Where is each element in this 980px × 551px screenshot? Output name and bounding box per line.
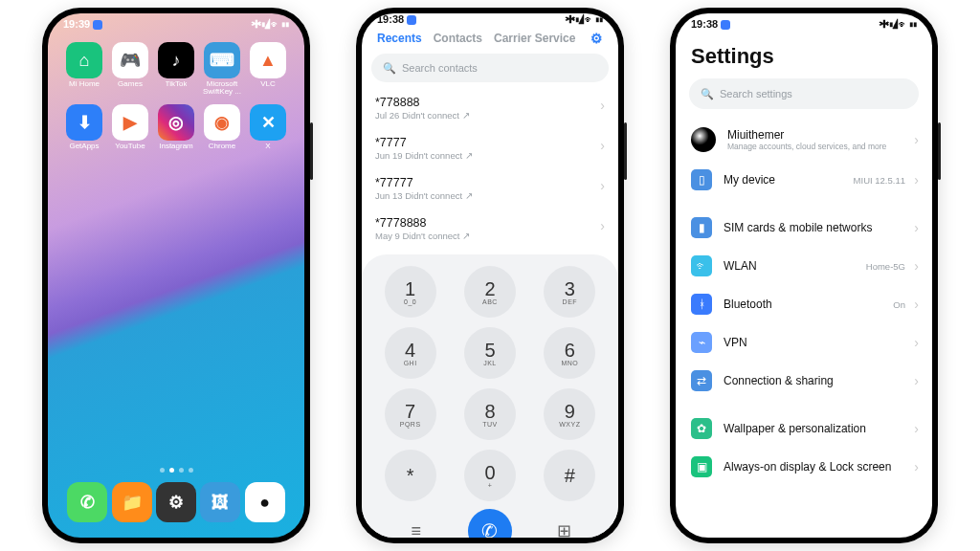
dialpad-key-3[interactable]: 3DEF <box>544 266 595 318</box>
settings-item-always-on-display-lock-screen[interactable]: ▣ Always-on display & Lock screen <box>689 448 919 486</box>
settings-item-sim-cards-mobile-networks[interactable]: ▮ SIM cards & mobile networks <box>689 209 919 247</box>
dial-button[interactable]: ✆ <box>468 509 512 538</box>
settings-item-icon: ᚼ <box>691 294 712 315</box>
status-icons: ✱ ▮◢ ᯤ ▮▮ <box>252 19 289 30</box>
settings-item-connection-sharing[interactable]: ⇄ Connection & sharing <box>689 362 919 400</box>
settings-item-wallpaper-personalization[interactable]: ✿ Wallpaper & personalization <box>689 409 919 448</box>
settings-item-label: SIM cards & mobile networks <box>724 221 917 234</box>
call-meta: Jul 26 Didn't connect ↗ <box>375 110 605 121</box>
app-icon: ◉ <box>204 104 240 141</box>
search-placeholder: Search contacts <box>402 62 478 74</box>
settings-my-device[interactable]: ▯ My device MIUI 12.5.11 <box>689 161 919 199</box>
page-indicator[interactable] <box>48 468 304 476</box>
dialpad-toggle-icon[interactable]: ⊞ <box>557 520 571 538</box>
dialpad-key-7[interactable]: 7PQRS <box>385 388 436 440</box>
dialpad-key-9[interactable]: 9WXYZ <box>544 388 595 440</box>
dialpad: 10_0 2ABC 3DEF 4GHI 5JKL 6MNO 7PQRS 8TUV… <box>362 254 618 538</box>
settings-item-icon: ▣ <box>691 456 712 477</box>
settings-screen: 19:38 ✱ ▮◢ ᯤ ▮▮ Settings 🔍 Search settin… <box>676 13 932 538</box>
settings-item-bluetooth[interactable]: ᚼ Bluetooth On <box>689 285 919 323</box>
settings-item-label: VPN <box>724 336 917 349</box>
app-icon: ◎ <box>158 104 194 141</box>
files-app[interactable]: 📁 <box>112 482 152 522</box>
call-number: *778888 <box>375 96 605 109</box>
phone-mockup-settings: 19:38 ✱ ▮◢ ᯤ ▮▮ Settings 🔍 Search settin… <box>670 8 938 543</box>
app-chrome[interactable]: ◉ Chrome <box>201 104 243 150</box>
dialpad-key-4[interactable]: 4GHI <box>385 327 436 379</box>
tab-carrier[interactable]: Carrier Service <box>494 32 575 45</box>
dialpad-key-0[interactable]: 0+ <box>464 450 516 501</box>
phone-app-screen: 19:38 ✱ ▮◢ ᯤ ▮▮ Recents Contacts Carrier… <box>362 13 618 538</box>
search-settings-input[interactable]: 🔍 Search settings <box>689 78 919 109</box>
page-title: Settings <box>689 40 919 78</box>
search-contacts-input[interactable]: 🔍 Search contacts <box>371 54 609 82</box>
dialpad-key-2[interactable]: 2ABC <box>464 266 516 318</box>
call-row[interactable]: *77777 Jun 13 Didn't connect ↗ <box>371 168 609 209</box>
app-vlc[interactable]: ▲ VLC <box>247 42 289 97</box>
tab-contacts[interactable]: Contacts <box>434 32 482 45</box>
avatar <box>691 127 716 152</box>
status-icons: ✱ ▮◢ ᯤ ▮▮ <box>880 19 917 30</box>
app-icon: ⌂ <box>66 42 102 78</box>
app-grid-row-2: ⬇ GetApps ▶ YouTube ◎ Instagram ◉ Chrome… <box>48 97 304 150</box>
status-pill-icon <box>407 15 416 25</box>
call-row[interactable]: *778888 Jul 26 Didn't connect ↗ <box>371 88 609 128</box>
app-icon: ▲ <box>250 42 286 78</box>
status-time: 19:39 <box>63 18 90 30</box>
call-number: *7777 <box>375 136 605 149</box>
settings-item-vpn[interactable]: ⌁ VPN <box>689 323 919 362</box>
app-label: X <box>265 143 270 150</box>
app-label: Games <box>118 80 143 88</box>
settings-item-icon: ⇄ <box>691 370 712 391</box>
app-label: Microsoft SwiftKey ... <box>201 80 243 97</box>
app-mi-home[interactable]: ⌂ Mi Home <box>63 42 105 97</box>
tab-recents[interactable]: Recents <box>377 32 422 45</box>
app-youtube[interactable]: ▶ YouTube <box>109 104 151 150</box>
status-icons: ✱ ▮◢ ᯤ ▮▮ <box>566 14 603 25</box>
menu-icon[interactable]: ≡ <box>411 521 421 538</box>
dialpad-key-6[interactable]: 6MNO <box>544 327 595 379</box>
dialpad-key-1[interactable]: 10_0 <box>385 266 436 318</box>
call-number: *7778888 <box>375 216 605 230</box>
app-icon: ✕ <box>250 104 286 141</box>
app-x[interactable]: ✕ X <box>247 104 289 150</box>
app-getapps[interactable]: ⬇ GetApps <box>63 104 105 150</box>
app-tiktok[interactable]: ♪ TikTok <box>155 42 197 97</box>
dialpad-key-5[interactable]: 5JKL <box>464 327 516 379</box>
app-icon: 🎮 <box>112 42 148 78</box>
call-row[interactable]: *7778888 May 9 Didn't connect ↗ <box>371 209 609 249</box>
status-time: 19:38 <box>691 18 718 30</box>
app-instagram[interactable]: ◎ Instagram <box>155 104 197 150</box>
status-bar: 19:38 ✱ ▮◢ ᯤ ▮▮ <box>676 13 932 34</box>
phone-app[interactable]: ✆ <box>67 482 107 522</box>
search-icon: 🔍 <box>701 88 714 100</box>
app-label: YouTube <box>115 143 145 150</box>
status-bar: 19:38 ✱ ▮◢ ᯤ ▮▮ <box>362 13 618 25</box>
search-placeholder: Search settings <box>720 88 792 99</box>
settings-item-wlan[interactable]: ᯤ WLAN Home-5G <box>689 247 919 285</box>
search-icon: 🔍 <box>383 62 396 75</box>
call-number: *77777 <box>375 176 605 189</box>
app-games[interactable]: 🎮 Games <box>109 42 151 97</box>
dialpad-key-hash[interactable]: # <box>544 450 595 501</box>
camera-app[interactable]: ● <box>245 482 285 522</box>
home-screen: 19:39 ✱ ▮◢ ᯤ ▮▮ ⌂ Mi Home 🎮 Games ♪ TikT… <box>48 13 304 538</box>
account-name: Miuithemer <box>727 128 917 142</box>
status-pill-icon <box>93 20 102 30</box>
phone-mockup-home: 19:39 ✱ ▮◢ ᯤ ▮▮ ⌂ Mi Home 🎮 Games ♪ TikT… <box>42 8 310 543</box>
phone-icon: ▯ <box>691 169 712 190</box>
app-icon: ▶ <box>112 104 148 141</box>
app-label: TikTok <box>166 80 188 88</box>
app-microsoft-swiftkey-[interactable]: ⌨ Microsoft SwiftKey ... <box>201 42 243 97</box>
dialpad-key-star[interactable]: * <box>385 450 436 501</box>
status-time: 19:38 <box>377 13 404 25</box>
settings-account[interactable]: Miuithemer Manage accounts, cloud servic… <box>689 119 919 161</box>
dialpad-key-8[interactable]: 8TUV <box>464 388 516 440</box>
gallery-app[interactable]: 🖼 <box>200 482 240 522</box>
call-meta: May 9 Didn't connect ↗ <box>375 231 605 241</box>
gear-icon[interactable]: ⚙ <box>590 31 603 46</box>
settings-item-icon: ⌁ <box>691 332 712 353</box>
call-row[interactable]: *7777 Jun 19 Didn't connect ↗ <box>371 128 609 168</box>
settings-app[interactable]: ⚙ <box>156 482 196 522</box>
settings-item-icon: ✿ <box>691 418 712 439</box>
